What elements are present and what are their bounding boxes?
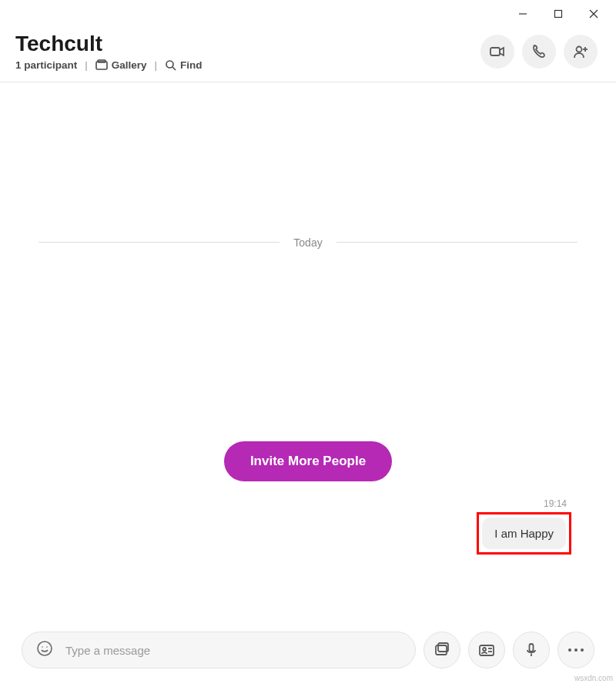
emoji-icon [36, 640, 53, 657]
conversation-area: Today Invite More People 19:14 I am Happ… [0, 82, 616, 619]
participant-count: 1 participant [15, 59, 77, 71]
message-group-outgoing: 19:14 I am Happy [477, 498, 571, 555]
video-icon [489, 43, 506, 60]
svg-point-6 [166, 61, 173, 68]
divider-line [336, 242, 578, 243]
minimize-button[interactable] [505, 2, 541, 25]
minimize-icon [518, 9, 527, 18]
close-icon [589, 9, 598, 18]
media-gallery-button[interactable] [424, 632, 460, 669]
message-timestamp: 19:14 [544, 498, 567, 509]
video-call-button[interactable] [480, 35, 514, 69]
chat-header: Techcult 1 participant | Gallery | Find [0, 28, 616, 82]
audio-call-button[interactable] [522, 35, 556, 69]
more-icon [568, 648, 584, 652]
message-input-container [22, 632, 416, 669]
message-input[interactable] [64, 643, 401, 658]
chat-header-actions [480, 35, 598, 69]
chat-title[interactable]: Techcult [15, 32, 203, 56]
maximize-icon [554, 9, 563, 18]
svg-point-14 [46, 646, 48, 648]
voice-message-button[interactable] [513, 632, 550, 669]
svg-line-7 [172, 67, 176, 70]
svg-point-12 [38, 642, 52, 655]
microphone-icon [523, 642, 540, 659]
svg-rect-8 [490, 48, 500, 55]
add-participant-button[interactable] [564, 35, 598, 69]
separator: | [82, 59, 91, 71]
svg-rect-21 [530, 644, 534, 652]
phone-icon [531, 43, 547, 60]
maximize-button[interactable] [541, 2, 576, 25]
svg-point-9 [577, 46, 582, 52]
svg-rect-17 [480, 645, 494, 655]
message-composer [0, 619, 616, 687]
close-button[interactable] [576, 2, 611, 25]
chat-header-left: Techcult 1 participant | Gallery | Find [15, 32, 203, 71]
invite-more-people-button[interactable]: Invite More People [224, 441, 392, 481]
message-bubble[interactable]: I am Happy [482, 518, 566, 549]
search-icon [165, 59, 176, 71]
svg-rect-1 [555, 11, 562, 18]
date-divider-label: Today [293, 236, 322, 249]
svg-rect-15 [436, 645, 447, 655]
find-link[interactable]: Find [165, 59, 203, 71]
svg-point-18 [483, 648, 486, 651]
share-contact-button[interactable] [468, 632, 505, 669]
date-divider: Today [38, 236, 578, 249]
media-icon [434, 642, 450, 659]
separator: | [152, 59, 161, 71]
chat-subheader: 1 participant | Gallery | Find [15, 59, 203, 71]
gallery-icon [95, 59, 108, 70]
message-highlight-box: I am Happy [477, 512, 571, 555]
divider-line [38, 242, 280, 243]
find-label: Find [180, 59, 203, 71]
svg-point-13 [42, 646, 43, 648]
watermark: wsxdn.com [574, 674, 613, 682]
add-person-icon [572, 43, 589, 60]
gallery-link[interactable]: Gallery [95, 59, 147, 71]
gallery-label: Gallery [112, 59, 147, 71]
more-options-button[interactable] [557, 632, 594, 669]
emoji-button[interactable] [36, 640, 53, 660]
contact-card-icon [478, 642, 495, 659]
window-titlebar [0, 0, 616, 28]
